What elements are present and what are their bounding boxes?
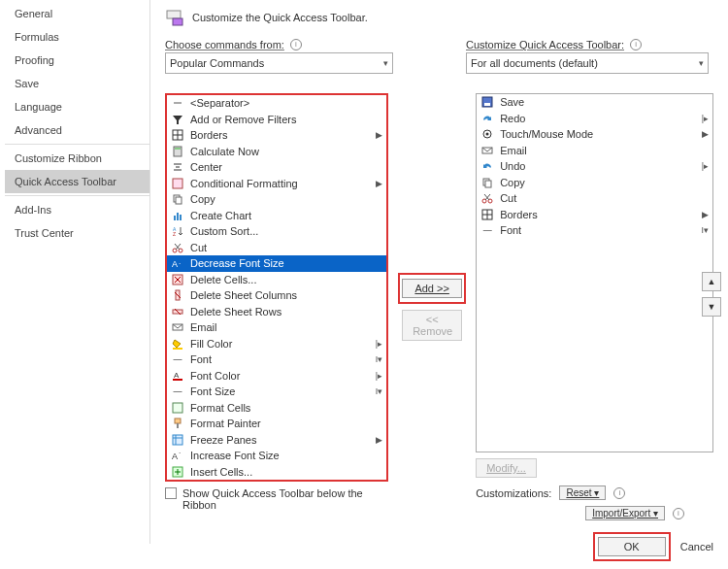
list-item[interactable]: —Font SizeI▾	[167, 384, 386, 400]
submenu-indicator: ▶	[373, 179, 382, 188]
customize-qat-combo[interactable]: For all documents (default) ▾	[466, 52, 709, 74]
list-item[interactable]: Conditional Formatting▶	[167, 176, 386, 192]
list-item[interactable]: <Separator>	[167, 95, 386, 112]
list-item[interactable]: A˄Increase Font Size	[167, 448, 386, 464]
list-item-label: Undo	[500, 160, 693, 172]
list-item-label: Increase Font Size	[190, 450, 382, 461]
info-icon[interactable]: i	[613, 487, 625, 499]
svg-text:A: A	[172, 259, 178, 269]
current-qat-list[interactable]: SaveRedo|▸Touch/Mouse Mode▶EmailUndo|▸Co…	[476, 93, 713, 452]
submenu-indicator: I▾	[699, 225, 709, 235]
list-item-label: Create Chart	[190, 210, 382, 221]
list-item[interactable]: Borders▶	[477, 207, 712, 223]
chevron-down-icon: ▾	[383, 58, 388, 68]
list-item[interactable]: Email	[477, 143, 712, 159]
list-item[interactable]: Add or Remove Filters	[167, 112, 386, 128]
submenu-indicator: |▸	[373, 371, 382, 381]
submenu-indicator: |▸	[373, 339, 382, 349]
move-up-button[interactable]: ▲	[702, 272, 721, 291]
cut-icon	[480, 191, 494, 205]
list-item[interactable]: Cut	[167, 240, 386, 256]
list-item[interactable]: Delete Sheet Columns	[167, 287, 386, 304]
choose-commands-value: Popular Commands	[170, 57, 264, 69]
list-item-label: Freeze Panes	[190, 434, 367, 446]
list-item[interactable]: Format Cells	[167, 400, 386, 417]
delrow-icon	[171, 305, 184, 318]
list-item-label: Save	[500, 96, 709, 108]
info-icon[interactable]: i	[290, 39, 302, 50]
sidebar-item-formulas[interactable]: Formulas	[5, 25, 149, 49]
list-item[interactable]: Format Painter	[167, 416, 386, 432]
list-item[interactable]: AFont Color|▸	[167, 368, 386, 385]
show-below-ribbon-checkbox[interactable]	[165, 487, 177, 499]
svg-rect-39	[175, 418, 181, 423]
chevron-down-icon: ▾	[699, 58, 704, 68]
list-item[interactable]: AZCustom Sort...	[167, 223, 386, 240]
customizations-label: Customizations:	[476, 487, 551, 499]
cut-icon	[171, 241, 184, 254]
list-item-label: Borders	[500, 209, 693, 220]
list-item-label: Decrease Font Size	[190, 257, 382, 269]
sidebar-item-customize-ribbon[interactable]: Customize Ribbon	[5, 147, 149, 170]
sidebar-item-advanced[interactable]: Advanced	[5, 118, 149, 142]
submenu-indicator: I▾	[373, 386, 382, 396]
cancel-button[interactable]: Cancel	[680, 541, 713, 552]
list-item[interactable]: —FontI▾	[477, 222, 712, 239]
list-item-label: Conditional Formatting	[190, 178, 367, 189]
list-item-label: Cut	[500, 192, 709, 204]
sidebar-separator	[5, 144, 149, 145]
list-item[interactable]: Center	[167, 159, 386, 176]
import-export-button[interactable]: Import/Export ▾	[585, 506, 665, 520]
ok-button[interactable]: OK	[598, 537, 666, 556]
list-item[interactable]: Delete Cells...	[167, 272, 386, 288]
sidebar-item-general[interactable]: General	[5, 2, 149, 25]
list-item[interactable]: Freeze Panes▶	[167, 432, 386, 449]
list-item[interactable]: A˅Decrease Font Size	[167, 255, 386, 272]
dialog-footer: OK Cancel	[593, 532, 713, 561]
list-item[interactable]: Create Chart	[167, 208, 386, 224]
list-item[interactable]: Email	[167, 319, 386, 336]
list-item[interactable]: Fill Color|▸	[167, 336, 386, 352]
list-item[interactable]: Save	[477, 94, 712, 111]
move-down-button[interactable]: ▼	[702, 297, 721, 317]
list-item[interactable]: —FontI▾	[167, 351, 386, 368]
list-item-label: Redo	[500, 113, 693, 124]
borders-icon	[480, 208, 494, 221]
list-item[interactable]: Calculate Now	[167, 144, 386, 160]
svg-marker-34	[173, 340, 181, 348]
list-item[interactable]: Touch/Mouse Mode▶	[477, 126, 712, 143]
submenu-indicator: I▾	[373, 354, 382, 364]
list-item[interactable]: Undo|▸	[477, 158, 712, 175]
list-item[interactable]: Borders▶	[167, 127, 386, 144]
sidebar-item-language[interactable]: Language	[5, 95, 149, 118]
sidebar-item-proofing[interactable]: Proofing	[5, 49, 149, 72]
svg-rect-8	[175, 148, 181, 150]
list-item-label: Font Size	[190, 385, 367, 397]
show-below-ribbon-label: Show Quick Access Toolbar below the Ribb…	[182, 487, 377, 511]
info-icon[interactable]: i	[630, 39, 642, 50]
list-item[interactable]: Copy	[167, 191, 386, 208]
sidebar-item-trust-center[interactable]: Trust Center	[5, 221, 149, 245]
list-item-label: Custom Sort...	[190, 225, 382, 237]
delcell-icon	[171, 273, 184, 286]
list-item[interactable]: Delete Sheet Rows	[167, 304, 386, 320]
available-commands-list[interactable]: <Separator>Add or Remove FiltersBorders▶…	[165, 93, 388, 482]
info-icon[interactable]: i	[673, 508, 684, 519]
list-item[interactable]: Redo|▸	[477, 111, 712, 127]
sidebar-item-addins[interactable]: Add-Ins	[5, 198, 149, 221]
choose-commands-combo[interactable]: Popular Commands ▾	[165, 52, 393, 74]
reset-button[interactable]: Reset ▾	[559, 485, 606, 500]
svg-rect-12	[173, 179, 182, 188]
list-item[interactable]: Insert Cells...	[167, 464, 386, 481]
remove-button: << Remove	[402, 310, 462, 341]
submenu-indicator: ▶	[699, 210, 709, 219]
list-item[interactable]: Cut	[477, 190, 712, 207]
calc-icon	[171, 145, 184, 158]
add-button[interactable]: Add >>	[402, 279, 462, 298]
list-item-label: Delete Cells...	[190, 274, 382, 285]
sidebar-item-quick-access[interactable]: Quick Access Toolbar	[5, 170, 149, 193]
sidebar-item-save[interactable]: Save	[5, 72, 149, 95]
condfmt-icon	[171, 177, 184, 190]
list-item-label: Font	[500, 224, 693, 236]
list-item[interactable]: Copy	[477, 175, 712, 191]
